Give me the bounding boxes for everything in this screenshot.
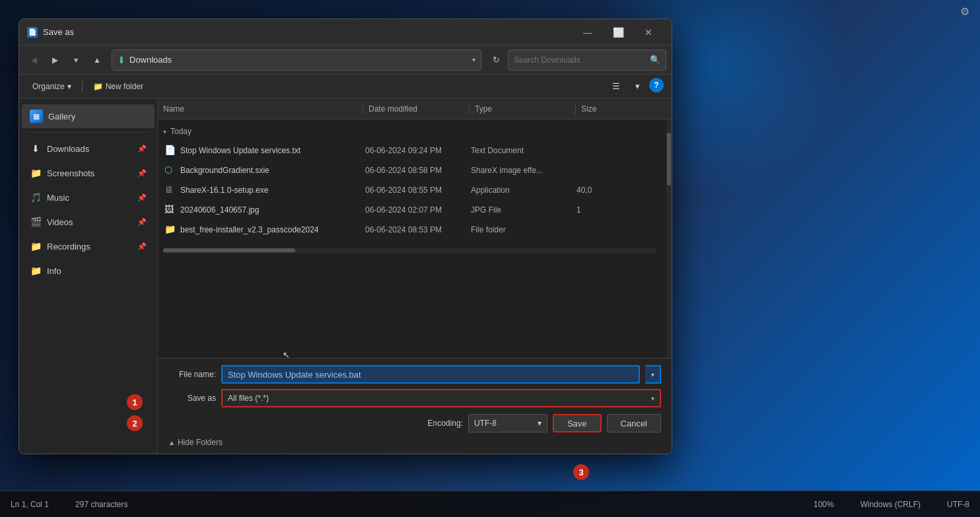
search-box[interactable]: 🔍 [508, 50, 666, 71]
file-date-2: 06-06-2024 08:55 PM [365, 186, 471, 195]
file-type-4: File folder [471, 225, 577, 234]
pin-icon-videos: 📌 [137, 218, 147, 226]
sidebar-item-videos[interactable]: 🎬 Videos 📌 [22, 210, 155, 234]
file-size-2: 40,0 [577, 186, 629, 195]
save-as-type-dropdown[interactable]: All files (*.*) ▾ [221, 389, 661, 407]
save-as-type-value: All files (*.*) [228, 394, 269, 403]
sidebar-item-recordings[interactable]: 📁 Recordings 📌 [22, 234, 155, 258]
file-name-row: File name: ▾ [168, 365, 661, 384]
col-header-name[interactable]: Name [158, 98, 363, 119]
sidebar-screenshots-label: Screenshots [47, 168, 132, 178]
file-date-0: 06-06-2024 09:24 PM [365, 146, 471, 155]
table-row[interactable]: 🖼 20240606_140657.jpg 06-06-2024 02:07 P… [159, 200, 665, 220]
taskbar-line-endings[interactable]: Windows (CRLF) [860, 500, 921, 509]
file-name-3: 20240606_140657.jpg [180, 205, 365, 215]
hide-folders-row[interactable]: ▲ Hide Folders [168, 438, 661, 447]
search-icon: 🔍 [650, 55, 660, 65]
step-badge-3: 3 [573, 464, 589, 480]
group-label: Today [170, 127, 192, 136]
dropdown-button[interactable]: ▾ [67, 51, 85, 69]
search-input[interactable] [514, 55, 646, 65]
step-badge-2: 2 [127, 415, 143, 431]
view-mode-button[interactable]: ☰ [607, 78, 625, 95]
pin-icon-screenshots: 📌 [137, 169, 147, 178]
save-button[interactable]: Save [553, 414, 602, 432]
new-folder-button[interactable]: 📁 New folder [88, 78, 149, 95]
resize-handle[interactable]: ⋱ [951, 480, 960, 491]
hide-folders-chevron-icon: ▲ [168, 439, 175, 446]
recordings-icon: 📁 [30, 241, 42, 252]
table-row[interactable]: 📄 Stop Windows Update services.txt 06-06… [159, 141, 665, 160]
encoding-dropdown[interactable]: UTF-8 ▾ [468, 414, 547, 432]
table-row[interactable]: ⬡ BackgroundGradient.sxie 06-06-2024 08:… [159, 160, 665, 180]
close-button[interactable]: ✕ [633, 22, 664, 43]
taskbar-right: 100% Windows (CRLF) UTF-8 [814, 500, 969, 509]
h-scroll-thumb [163, 248, 295, 252]
col-header-date[interactable]: Date modified [363, 98, 469, 119]
sidebar-divider-1 [27, 132, 149, 133]
sidebar-item-screenshots[interactable]: 📁 Screenshots 📌 [22, 161, 155, 185]
navigation-toolbar: ◀ ▶ ▾ ▲ ⬇ Downloads ▾ ↻ 🔍 [19, 46, 672, 75]
v-scroll-thumb [667, 133, 671, 186]
maximize-button[interactable]: ⬜ [603, 22, 633, 43]
organize-button[interactable]: Organize ▾ [27, 78, 77, 95]
bottom-panel: File name: ▾ Save as All files (*.*) ▾ E… [158, 358, 672, 454]
help-button[interactable]: ? [649, 78, 664, 92]
file-icon-jpg: 🖼 [164, 204, 176, 216]
step-badge-1: 1 [127, 394, 143, 410]
view-options-button[interactable]: ▾ [628, 78, 647, 95]
sidebar-item-info[interactable]: 📁 Info [22, 259, 155, 283]
taskbar-zoom[interactable]: 100% [814, 500, 834, 509]
taskbar-encoding[interactable]: UTF-8 [947, 500, 969, 509]
file-icon-folder: 📁 [164, 224, 176, 236]
minimize-button[interactable]: — [573, 22, 603, 43]
settings-icon[interactable]: ⚙ [960, 5, 969, 18]
vertical-scrollbar[interactable] [666, 120, 672, 358]
file-list: ▾ Today 📄 Stop Windows Update services.t… [158, 120, 666, 358]
cancel-button[interactable]: Cancel [607, 414, 661, 432]
file-type-0: Text Document [471, 146, 577, 155]
file-name-input[interactable] [221, 365, 640, 384]
file-name-dropdown-button[interactable]: ▾ [645, 365, 661, 384]
refresh-button[interactable]: ↻ [487, 51, 505, 69]
file-type-1: ShareX image effe... [471, 166, 577, 175]
downloads-icon: ⬇ [30, 143, 42, 154]
address-icon: ⬇ [118, 55, 125, 65]
forward-button[interactable]: ▶ [46, 51, 64, 69]
taskbar-ln-col: Ln 1, Col 1 [11, 500, 49, 509]
table-row[interactable]: 🖥 ShareX-16.1.0-setup.exe 06-06-2024 08:… [159, 180, 665, 200]
sidebar-recordings-label: Recordings [47, 242, 132, 252]
file-header: Name Date modified Type Size [158, 98, 672, 120]
file-name-label: File name: [168, 370, 216, 379]
table-row[interactable]: 📁 best_free-installer_v2.3_passcode2024 … [159, 220, 665, 240]
horizontal-scrollbar[interactable] [163, 248, 656, 254]
taskbar: Ln 1, Col 1 297 characters 100% Windows … [0, 491, 980, 517]
col-header-size[interactable]: Size [576, 98, 629, 119]
gallery-icon: ▦ [30, 110, 43, 123]
save-as-row: Save as All files (*.*) ▾ [168, 389, 661, 407]
main-content: ▦ Gallery ⬇ Downloads 📌 📁 Screenshots 📌 … [19, 98, 672, 454]
command-bar: Organize ▾ 📁 New folder ☰ ▾ ? [19, 75, 672, 98]
group-chevron-icon: ▾ [163, 128, 166, 135]
file-name-1: BackgroundGradient.sxie [180, 166, 365, 175]
up-button[interactable]: ▲ [88, 51, 106, 69]
file-name-0: Stop Windows Update services.txt [180, 146, 365, 155]
pin-icon-music: 📌 [137, 193, 147, 202]
window-controls: — ⬜ ✕ [573, 22, 664, 43]
address-bar[interactable]: ⬇ Downloads ▾ [112, 50, 481, 71]
sidebar-item-gallery[interactable]: ▦ Gallery [22, 104, 155, 128]
back-button[interactable]: ◀ [24, 51, 43, 69]
address-chevron-icon: ▾ [472, 56, 475, 63]
sidebar-item-downloads[interactable]: ⬇ Downloads 📌 [22, 137, 155, 160]
dialog-icon: 📄 [27, 27, 38, 38]
view-controls: ☰ ▾ ? [607, 78, 664, 95]
col-header-type[interactable]: Type [470, 98, 575, 119]
sidebar-item-music[interactable]: 🎵 Music 📌 [22, 186, 155, 209]
encoding-chevron-icon: ▾ [538, 419, 542, 428]
sidebar-downloads-label: Downloads [47, 144, 132, 154]
save-as-dialog: 📄 Save as — ⬜ ✕ ◀ ▶ ▾ ▲ ⬇ Downloads ▾ ↻ … [18, 18, 672, 454]
file-name-2: ShareX-16.1.0-setup.exe [180, 186, 365, 195]
screenshots-icon: 📁 [30, 168, 42, 178]
gallery-label: Gallery [48, 112, 147, 121]
file-type-3: JPG File [471, 205, 577, 215]
